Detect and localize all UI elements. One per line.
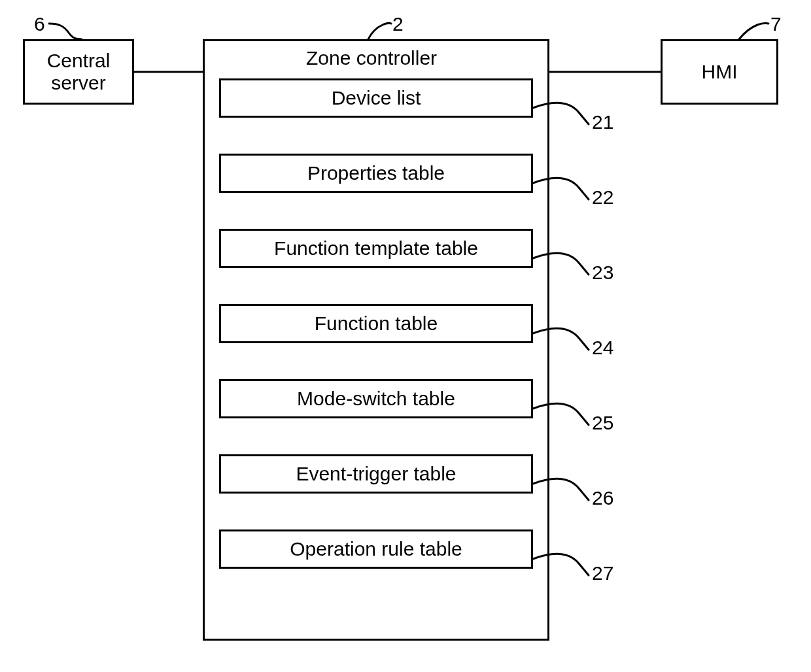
squiggle-ref-6 [49,24,82,39]
zone-item-3: Function table [219,304,533,343]
ref-item-4: 25 [592,412,613,434]
ref-item-0: 21 [592,111,613,133]
zone-controller-title: Zone controller [306,47,437,69]
zone-item-6: Operation rule table [219,529,533,569]
central-server-block: Central server [23,39,134,105]
ref-item-3: 24 [592,337,613,359]
ref-item-2: 23 [592,261,613,284]
zone-item-0-label: Device list [332,87,421,109]
zone-item-6-label: Operation rule table [290,538,462,560]
zone-item-5: Event-trigger table [219,454,533,494]
squiggle-ref-7 [739,24,768,40]
zone-item-0: Device list [219,78,533,118]
ref-central-server: 6 [34,13,45,35]
ref-item-1: 22 [592,186,613,209]
zone-item-1: Properties table [219,154,533,193]
zone-item-2-label: Function template table [274,237,478,260]
squiggle-ref-2 [368,24,391,40]
central-server-label: Central server [47,50,111,95]
hmi-block: HMI [661,39,778,105]
hmi-label: HMI [702,61,738,83]
zone-item-4-label: Mode-switch table [297,388,455,410]
zone-item-2: Function template table [219,229,533,268]
zone-item-5-label: Event-trigger table [296,463,456,485]
ref-hmi: 7 [770,13,782,35]
zone-item-3-label: Function table [315,312,438,335]
zone-item-1-label: Properties table [307,162,445,184]
ref-item-5: 26 [592,487,613,509]
ref-item-6: 27 [592,562,613,584]
zone-item-4: Mode-switch table [219,379,533,418]
ref-zone-controller: 2 [392,13,404,35]
